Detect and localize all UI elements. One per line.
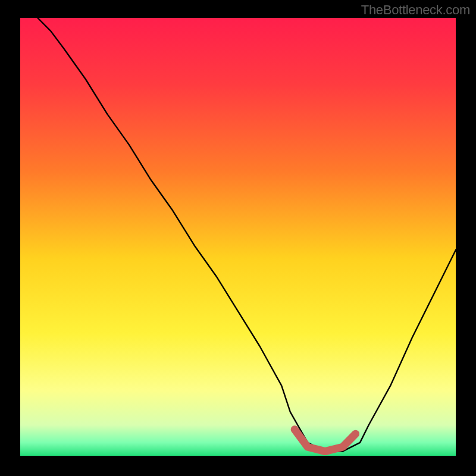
attribution-text: TheBottleneck.com — [361, 2, 470, 18]
plot-background — [20, 18, 456, 456]
bottleneck-curve-chart — [0, 0, 476, 476]
chart-container: TheBottleneck.com — [0, 0, 476, 476]
